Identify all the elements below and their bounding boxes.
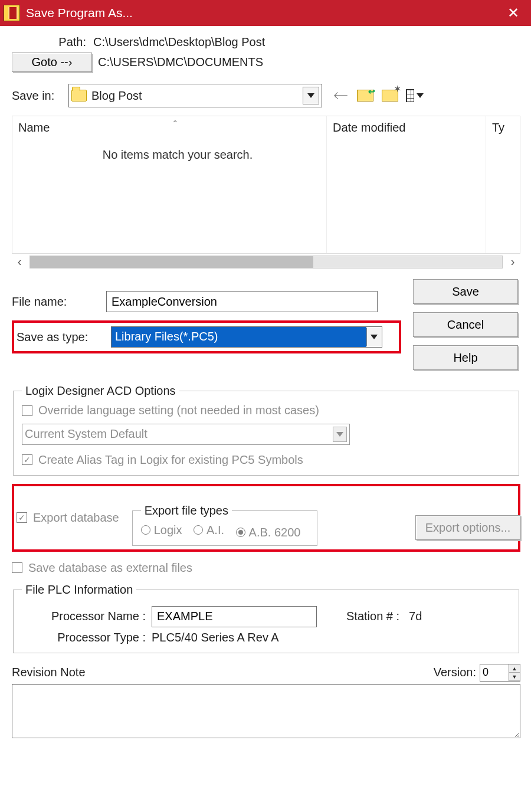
create-alias-checkbox: ✓ Create Alias Tag in Logix for existing…: [22, 453, 303, 467]
station-label: Station # :: [346, 610, 399, 623]
export-type-ab6200: A.B. 6200: [236, 526, 301, 539]
export-type-ai: A.I.: [194, 523, 224, 537]
acd-legend: Logix Designer ACD Options: [22, 384, 179, 398]
version-input[interactable]: [480, 664, 509, 681]
window-title: Save Program As...: [26, 6, 499, 20]
processor-name-input[interactable]: [152, 606, 317, 627]
revision-note-label: Revision Note: [12, 666, 86, 679]
export-database-checkbox: ✓ Export database: [17, 511, 119, 525]
processor-name-label: Processor Name :: [22, 610, 146, 623]
dropdown-icon[interactable]: [303, 87, 319, 104]
station-value: 7d: [409, 610, 422, 623]
column-name[interactable]: Name: [12, 116, 326, 253]
horizontal-scrollbar[interactable]: ‹ ›: [12, 255, 520, 269]
scroll-right-icon[interactable]: ›: [505, 255, 520, 269]
column-type[interactable]: Ty: [486, 116, 520, 253]
titlebar: Save Program As... ✕: [0, 0, 531, 26]
save-in-label: Save in:: [12, 89, 64, 103]
view-menu-icon[interactable]: [406, 87, 424, 104]
version-spinner[interactable]: ▲ ▼: [480, 664, 520, 682]
plc-legend: File PLC Information: [22, 583, 136, 597]
export-file-types-legend: Export file types: [141, 504, 232, 518]
export-type-logix: Logix: [141, 523, 182, 537]
version-label: Version:: [434, 666, 476, 679]
dropdown-icon: [333, 427, 347, 442]
filename-input[interactable]: [106, 291, 378, 312]
spinner-down-icon[interactable]: ▼: [509, 673, 520, 681]
save-in-folder: Blog Post: [91, 89, 142, 103]
spinner-up-icon[interactable]: ▲: [509, 664, 520, 673]
filename-label: File name:: [12, 295, 106, 309]
cancel-button[interactable]: Cancel: [413, 312, 518, 337]
scroll-left-icon[interactable]: ‹: [12, 255, 27, 269]
processor-type-label: Processor Type :: [22, 631, 146, 644]
export-file-types-group: Export file types Logix A.I. A.B. 6200: [132, 504, 318, 546]
revision-note-input[interactable]: [12, 684, 520, 738]
save-button[interactable]: Save: [413, 279, 518, 304]
save-as-type-combo[interactable]: Library Files(*.PC5): [111, 326, 382, 348]
save-as-type-label: Save as type:: [17, 330, 111, 344]
acd-options-group: Logix Designer ACD Options Override lang…: [13, 384, 519, 476]
close-icon[interactable]: ✕: [499, 5, 527, 21]
goto-button[interactable]: Goto --›: [12, 53, 92, 72]
save-in-combo[interactable]: Blog Post: [68, 84, 322, 107]
save-as-type-highlight: Save as type: Library Files(*.PC5): [12, 320, 401, 353]
back-icon[interactable]: 🡐: [332, 87, 349, 104]
processor-type-value: PLC5/40 Series A Rev A: [152, 631, 279, 644]
up-one-level-icon[interactable]: [356, 87, 374, 104]
new-folder-icon[interactable]: [381, 87, 399, 104]
scroll-thumb[interactable]: [30, 256, 313, 268]
folder-icon: [71, 90, 87, 102]
save-as-type-value: Library Files(*.PC5): [112, 327, 366, 347]
sort-indicator-icon: ⌃: [172, 119, 179, 128]
goto-path: C:\USERS\DMC\DOCUMENTS: [98, 55, 263, 69]
language-combo: Current System Default: [22, 424, 350, 445]
file-list[interactable]: Name Date modified Ty ⌃ No items match y…: [12, 116, 520, 254]
empty-message: No items match your search.: [12, 148, 343, 162]
path-value: C:\Users\dmc\Desktop\Blog Post: [93, 35, 265, 49]
path-label: Path:: [12, 35, 86, 49]
app-icon: [4, 5, 20, 21]
override-language-checkbox: Override language setting (not needed in…: [22, 404, 319, 417]
dropdown-icon[interactable]: [366, 328, 382, 346]
export-options-button: Export options...: [415, 515, 520, 540]
help-button[interactable]: Help: [413, 345, 518, 370]
column-date[interactable]: Date modified: [326, 116, 486, 253]
plc-info-group: File PLC Information Processor Name : St…: [13, 583, 519, 653]
